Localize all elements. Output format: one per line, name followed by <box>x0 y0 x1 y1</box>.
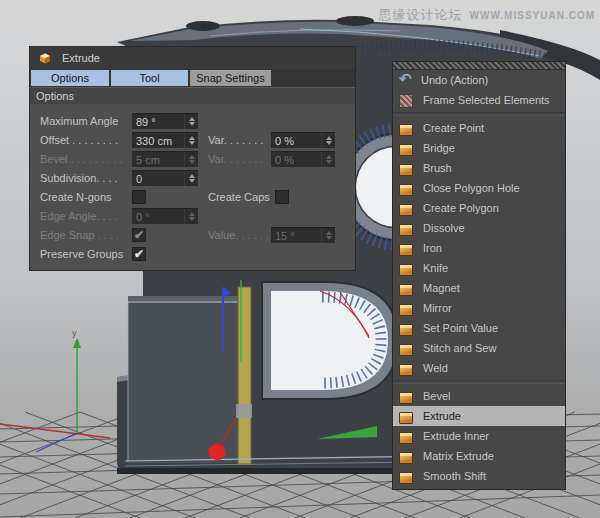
menu-item-matrix-extrude[interactable]: Matrix Extrude <box>393 446 565 466</box>
watermark-site-url: WWW.MISSYUAN.COM <box>470 10 595 21</box>
menu-item-magnet[interactable]: Magnet <box>393 278 565 298</box>
modeling-context-menu: Undo (Action) Frame Selected Elements Cr… <box>393 62 565 489</box>
offset-var-label: Var. . . . . . . <box>208 134 263 146</box>
offset-var-field[interactable]: 0 % <box>271 132 335 148</box>
panel-title-bar[interactable]: Extrude <box>30 47 355 69</box>
menu-separator <box>393 380 565 384</box>
extrude-tool-panel: Extrude Options Tool Snap Settings Optio… <box>30 47 355 270</box>
bridge-icon <box>399 144 413 156</box>
tab-options[interactable]: Options <box>31 70 109 86</box>
menu-item-weld[interactable]: Weld <box>393 358 565 378</box>
bottom-counter-hole <box>262 282 398 399</box>
edge-angle-field: 0 ° <box>132 208 198 224</box>
field-row-bevel: Bevel . . . . . . . . . 5 cm Var. . . . … <box>30 150 355 169</box>
menu-item-extrude[interactable]: Extrude <box>393 406 565 426</box>
z-axis[interactable] <box>36 433 77 452</box>
menu-separator <box>393 112 565 116</box>
menu-item-brush[interactable]: Brush <box>393 158 565 178</box>
create-point-icon <box>399 124 413 136</box>
spinner[interactable] <box>184 114 198 129</box>
spinner <box>184 152 198 167</box>
bevel-var-label: Var. . . . . . . <box>208 153 263 165</box>
spinner[interactable] <box>184 133 198 148</box>
world-axis-gizmo <box>0 338 110 452</box>
polygon-handle[interactable] <box>236 404 252 418</box>
bevel-label: Bevel . . . . . . . . . <box>40 153 123 165</box>
subdivision-field[interactable]: 0 <box>132 170 198 186</box>
tab-tool[interactable]: Tool <box>111 70 188 86</box>
bevel-icon <box>399 392 413 404</box>
menu-item-iron[interactable]: Iron <box>393 238 565 258</box>
menu-item-mirror[interactable]: Mirror <box>393 298 565 318</box>
menu-item-create-polygon[interactable]: Create Polygon <box>393 198 565 218</box>
extrude-inner-icon <box>399 432 413 444</box>
menu-item-frame-selected-elements[interactable]: Frame Selected Elements <box>393 90 565 110</box>
menu-item-close-polygon-hole[interactable]: Close Polygon Hole <box>393 178 565 198</box>
undo-icon <box>398 73 413 88</box>
preserve-groups-label: Preserve Groups <box>40 248 123 260</box>
matrix-extrude-icon <box>399 452 413 464</box>
y-axis-label: y <box>72 328 77 338</box>
offset-field[interactable]: 330 cm <box>132 132 198 148</box>
edge-snap-checkbox[interactable]: ✔ <box>132 228 146 242</box>
menu-item-set-point-value[interactable]: Set Point Value <box>393 318 565 338</box>
menu-item-stitch-and-sew[interactable]: Stitch and Sew <box>393 338 565 358</box>
menu-item-smooth-shift[interactable]: Smooth Shift <box>393 466 565 486</box>
smooth-shift-icon <box>399 472 413 484</box>
field-row-edge-angle: Edge Angle. . . . 0 ° <box>30 207 355 226</box>
bevel-var-field: 0 % <box>271 151 335 167</box>
menu-item-bridge[interactable]: Bridge <box>393 138 565 158</box>
create-ngons-checkbox[interactable] <box>132 190 146 204</box>
offset-label: Offset . . . . . . . . <box>40 134 118 146</box>
snap-value-label: Value. . . . . . <box>208 229 269 241</box>
close-polygon-hole-icon <box>399 184 413 196</box>
application-window: y 思缘设计论坛 WWW.MISSYUAN.COM Extrude Option… <box>0 0 600 518</box>
mirror-icon <box>399 304 413 316</box>
spinner <box>321 152 335 167</box>
tab-snap-settings[interactable]: Snap Settings <box>190 70 271 86</box>
menu-item-knife[interactable]: Knife <box>393 258 565 278</box>
field-row-maximum-angle: Maximum Angle 89 ° <box>30 112 355 131</box>
field-row-subdivision: Subdivision. . . . 0 <box>30 169 355 188</box>
menu-item-dissolve[interactable]: Dissolve <box>393 218 565 238</box>
subdivision-label: Subdivision. . . . <box>40 172 118 184</box>
frame-selected-icon <box>399 94 413 108</box>
selected-polygon[interactable] <box>238 287 251 464</box>
brush-icon <box>399 164 413 176</box>
y-axis-arrowhead <box>73 338 81 348</box>
spinner <box>184 209 198 224</box>
edge-angle-label: Edge Angle. . . . <box>40 210 118 222</box>
options-section-header[interactable]: Options <box>30 87 355 104</box>
bevel-field: 5 cm <box>132 151 198 167</box>
create-caps-label: Create Caps <box>208 191 270 203</box>
spinner[interactable] <box>321 133 335 148</box>
create-ngons-label: Create N-gons <box>40 191 112 203</box>
field-row-create-ngons: Create N-gons Create Caps <box>30 188 355 207</box>
weld-icon <box>399 364 413 376</box>
extrude-icon <box>399 412 413 424</box>
watermark-site-name: 思缘设计论坛 <box>379 6 463 24</box>
panel-body: Maximum Angle 89 ° Offset . . . . . . . … <box>30 104 355 264</box>
extrude-cube-icon <box>37 50 53 66</box>
iron-icon <box>399 244 413 256</box>
knife-icon <box>399 264 413 276</box>
create-caps-checkbox[interactable] <box>275 190 289 204</box>
spinner <box>321 228 335 243</box>
menu-item-bevel[interactable]: Bevel <box>393 386 565 406</box>
field-row-edge-snap: Edge Snap . . . . ✔ Value. . . . . . 15 … <box>30 226 355 245</box>
dissolve-icon <box>399 224 413 236</box>
preserve-groups-checkbox[interactable]: ✔ <box>132 247 146 261</box>
edge-snap-label: Edge Snap . . . . <box>40 229 119 241</box>
menu-item-undo[interactable]: Undo (Action) <box>393 70 565 90</box>
menu-item-create-point[interactable]: Create Point <box>393 118 565 138</box>
panel-tab-bar: Options Tool Snap Settings <box>30 69 355 87</box>
maximum-angle-label: Maximum Angle <box>40 115 118 127</box>
menu-tearoff-grip[interactable] <box>393 62 565 70</box>
stitch-and-sew-icon <box>399 344 413 356</box>
set-point-value-icon <box>399 324 413 336</box>
magnet-icon <box>399 284 413 296</box>
panel-title: Extrude <box>62 52 100 64</box>
maximum-angle-field[interactable]: 89 ° <box>132 113 198 129</box>
menu-item-extrude-inner[interactable]: Extrude Inner <box>393 426 565 446</box>
spinner[interactable] <box>184 171 198 186</box>
